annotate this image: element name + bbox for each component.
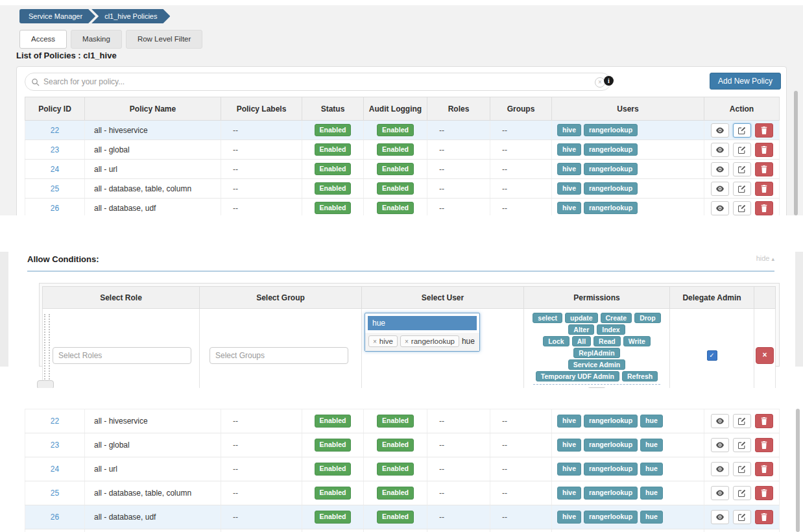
remove-condition-button[interactable]: × bbox=[756, 347, 774, 364]
groups-value: -- bbox=[490, 529, 552, 532]
edit-button[interactable] bbox=[733, 462, 751, 476]
view-button[interactable] bbox=[711, 143, 729, 157]
view-button[interactable] bbox=[711, 438, 729, 452]
breadcrumb-service-manager[interactable]: Service Manager bbox=[19, 9, 95, 23]
delete-button[interactable] bbox=[755, 143, 773, 157]
remove-tag-icon[interactable]: × bbox=[373, 338, 377, 345]
policy-name: all - database, udf bbox=[85, 199, 221, 216]
view-button[interactable] bbox=[711, 162, 729, 176]
add-new-policy-button[interactable]: Add New Policy bbox=[710, 73, 781, 90]
policy-table-wrapper: Policy IDPolicy NamePolicy LabelsStatusA… bbox=[25, 97, 780, 215]
view-button[interactable] bbox=[711, 510, 729, 524]
policy-id-link[interactable]: 26 bbox=[51, 513, 59, 522]
policy-row: 24all - url--EnabledEnabled----hiverange… bbox=[25, 160, 780, 179]
edit-button[interactable] bbox=[733, 510, 751, 524]
permission-badge: Lock bbox=[543, 336, 569, 346]
policy-id-link[interactable]: 23 bbox=[51, 145, 59, 154]
policy-id-link[interactable]: 26 bbox=[51, 204, 59, 213]
audit-logging-badge: Enabled bbox=[377, 511, 414, 523]
policy-row: 23all - global--EnabledEnabled----hivera… bbox=[25, 433, 780, 457]
selected-user-tag[interactable]: ×hive bbox=[368, 335, 398, 347]
view-button[interactable] bbox=[711, 486, 729, 500]
delete-button[interactable] bbox=[755, 462, 773, 476]
tab-access[interactable]: Access bbox=[19, 30, 67, 49]
tab-row-level-filter[interactable]: Row Level Filter bbox=[126, 30, 202, 49]
delete-button[interactable] bbox=[755, 438, 773, 452]
policy-id-link[interactable]: 23 bbox=[51, 441, 59, 450]
select-groups-input[interactable] bbox=[210, 347, 348, 364]
action-cell bbox=[704, 529, 780, 532]
policy-id-link[interactable]: 24 bbox=[51, 465, 59, 474]
permission-badge: Service Admin bbox=[568, 359, 626, 370]
typed-user-text: hue bbox=[462, 337, 475, 346]
selected-user-tag[interactable]: ×rangerlookup bbox=[400, 335, 459, 347]
policy-labels: -- bbox=[221, 121, 302, 140]
edit-button[interactable] bbox=[733, 414, 751, 428]
edit-permissions-button[interactable] bbox=[588, 387, 606, 388]
hide-toggle[interactable]: hide▴ bbox=[756, 254, 774, 262]
delete-button[interactable] bbox=[755, 182, 773, 196]
drag-handle-icon[interactable] bbox=[44, 314, 50, 388]
policy-id-link[interactable]: 25 bbox=[51, 489, 59, 498]
breadcrumb-cl1-hive-policies[interactable]: cl1_hive Policies bbox=[91, 9, 170, 23]
edit-button[interactable] bbox=[733, 162, 751, 176]
policy-labels: -- bbox=[221, 140, 302, 160]
policy-id-link[interactable]: 22 bbox=[51, 126, 59, 135]
user-badge: hive bbox=[557, 415, 581, 427]
status-badge: Enabled bbox=[315, 182, 352, 195]
policy-search-box: × bbox=[25, 73, 611, 91]
user-badge: hive bbox=[557, 487, 581, 499]
view-button[interactable] bbox=[711, 462, 729, 476]
edit-button[interactable] bbox=[733, 123, 751, 138]
edit-button[interactable] bbox=[733, 486, 751, 500]
users-cell: hiverangerlookup bbox=[552, 121, 704, 140]
edit-button[interactable] bbox=[733, 143, 751, 157]
policy-name: all - hiveservice bbox=[85, 409, 221, 433]
tab-masking[interactable]: Masking bbox=[71, 30, 122, 49]
permission-badge: Temporary UDF Admin bbox=[536, 371, 619, 381]
info-icon[interactable]: i bbox=[604, 76, 614, 86]
search-input[interactable] bbox=[42, 77, 592, 87]
users-cell: hiverangerlookup bbox=[552, 199, 704, 216]
view-button[interactable] bbox=[711, 182, 729, 196]
users-cell: hiverangerlookup bbox=[552, 160, 704, 179]
delete-button[interactable] bbox=[755, 162, 773, 176]
permission-badge: Read bbox=[593, 336, 621, 346]
delete-button[interactable] bbox=[755, 486, 773, 500]
permission-badge: Index bbox=[597, 324, 625, 335]
delete-button[interactable] bbox=[755, 123, 773, 138]
policy-table: Policy IDPolicy NamePolicy LabelsStatusA… bbox=[25, 97, 780, 215]
delete-button[interactable] bbox=[755, 510, 773, 524]
delete-button[interactable] bbox=[755, 414, 773, 428]
view-button[interactable] bbox=[711, 123, 729, 138]
policy-id-link[interactable]: 22 bbox=[51, 417, 59, 426]
select-roles-input[interactable] bbox=[53, 347, 191, 364]
user-badge: rangerlookup bbox=[584, 202, 638, 214]
action-cell bbox=[704, 179, 780, 199]
view-button[interactable] bbox=[711, 201, 729, 215]
user-suggestion-option[interactable]: hue bbox=[368, 316, 477, 330]
scrollbar-thumb[interactable] bbox=[796, 409, 800, 532]
scrollbar-thumb[interactable] bbox=[794, 91, 798, 215]
delete-button[interactable] bbox=[755, 201, 773, 215]
selected-users-field[interactable]: ×hive×rangerlookuphue bbox=[365, 333, 479, 351]
status-badge: Enabled bbox=[315, 163, 352, 175]
user-badge: rangerlookup bbox=[584, 163, 638, 175]
permission-badge: All bbox=[572, 336, 591, 346]
view-button[interactable] bbox=[711, 414, 729, 428]
add-condition-button-partial[interactable] bbox=[37, 380, 54, 388]
action-cell bbox=[704, 433, 780, 457]
edit-button[interactable] bbox=[733, 182, 751, 196]
delegate-admin-checkbox[interactable]: ✓ bbox=[707, 350, 717, 361]
remove-tag-icon[interactable]: × bbox=[405, 338, 409, 345]
policy-labels: -- bbox=[221, 160, 302, 179]
user-badge: hive bbox=[557, 163, 581, 175]
user-badge: rangerlookup bbox=[584, 463, 638, 475]
policy-id-link[interactable]: 25 bbox=[51, 184, 59, 193]
edit-button[interactable] bbox=[733, 438, 751, 452]
user-badge: hive bbox=[557, 143, 581, 156]
policy-row: 30QEInfra_hive_policy_for_tables--Enable… bbox=[25, 529, 780, 532]
policy-id-link[interactable]: 24 bbox=[51, 165, 59, 174]
edit-button[interactable] bbox=[733, 201, 751, 215]
user-badge: hue bbox=[640, 487, 663, 499]
